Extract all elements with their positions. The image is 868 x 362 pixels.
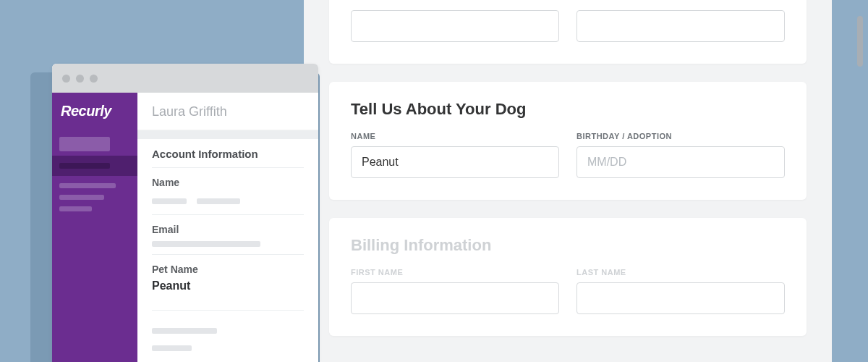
traffic-light-minimize-icon[interactable] [76,75,84,83]
field-generic [576,10,785,42]
skeleton-text [152,345,192,351]
sidebar-nav-item[interactable] [59,183,116,188]
form-card-billing: Billing Information FIRST NAME LAST NAME [329,218,807,336]
last-name-input[interactable] [576,282,785,314]
dog-section-heading: Tell Us About Your Dog [351,100,785,119]
field-dog-birthday: BIRTHDAY / ADOPTION [576,132,785,178]
field-last-name: LAST NAME [576,268,785,314]
skeleton-text [197,198,240,204]
account-email-label: Email [152,224,304,235]
admin-section-gap [137,130,318,139]
skeleton-text [152,328,217,334]
dog-name-input[interactable] [351,146,559,178]
sidebar-nav-active-indicator [59,163,110,169]
account-info-panel: Account Information Name Email Pet Name … [137,139,318,354]
admin-body: Recurly Laura Griffith Account Informati… [52,93,318,362]
form-card-dog: Tell Us About Your Dog NAME BIRTHDAY / A… [329,82,807,200]
dog-birthday-input[interactable] [576,146,785,178]
last-name-label: LAST NAME [576,268,785,277]
account-info-heading-row: Account Information [152,139,304,168]
account-email-row: Email [152,215,304,255]
sidebar-nav-item[interactable] [59,137,110,151]
first-name-label: FIRST NAME [351,268,559,277]
sidebar-nav-item-active[interactable] [52,156,137,176]
input-generic-3[interactable] [351,10,559,42]
account-info-heading: Account Information [152,148,304,160]
dog-birthday-label: BIRTHDAY / ADOPTION [576,132,785,140]
traffic-light-zoom-icon[interactable] [90,75,98,83]
form-stage: Tell Us About Your Dog NAME BIRTHDAY / A… [304,0,832,362]
window-titlebar [52,64,318,93]
field-generic [351,10,559,42]
sidebar-nav-item[interactable] [59,206,92,211]
sidebar-nav-group [52,176,137,225]
account-name-label: Name [152,177,304,188]
form-card-top [329,0,807,64]
account-pet-name-row: Pet Name Peanut [152,255,304,300]
admin-main: Laura Griffith Account Information Name … [137,93,318,362]
admin-sidebar: Recurly [52,93,137,362]
first-name-input[interactable] [351,282,559,314]
customer-name-header: Laura Griffith [137,93,318,130]
account-pet-name-value: Peanut [152,279,304,292]
field-dog-name: NAME [351,132,559,178]
dog-name-label: NAME [351,132,559,140]
skeleton-text [152,241,260,247]
field-first-name: FIRST NAME [351,268,559,314]
admin-window: Recurly Laura Griffith Account Informati… [52,64,318,362]
account-info-divider [152,310,304,354]
account-name-row: Name [152,168,304,215]
billing-section-heading: Billing Information [351,236,785,255]
brand-logo: Recurly [52,93,137,132]
sidebar-nav-item[interactable] [59,195,104,200]
scrollbar-track[interactable] [856,0,863,362]
scrollbar-thumb[interactable] [857,16,863,67]
input-generic-4[interactable] [576,10,785,42]
traffic-light-close-icon[interactable] [62,75,70,83]
account-pet-name-label: Pet Name [152,264,304,275]
skeleton-text [152,198,187,204]
